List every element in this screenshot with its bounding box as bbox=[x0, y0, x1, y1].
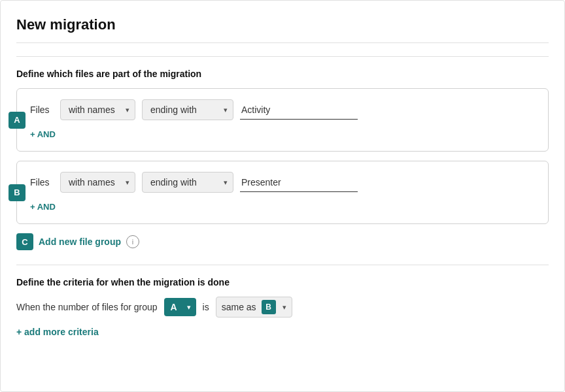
criteria-section: Define the criteria for when the migrati… bbox=[16, 277, 549, 337]
criteria-sameas-label: same as bbox=[222, 302, 256, 312]
group-b-names-select[interactable]: with names with paths bbox=[60, 172, 135, 193]
group-b-value-input[interactable] bbox=[240, 173, 358, 192]
group-a-names-select[interactable]: with names with paths bbox=[60, 99, 135, 120]
section1-title: Define which files are part of the migra… bbox=[16, 69, 549, 79]
group-b-rule-row: Files with names with paths ▾ ending wit… bbox=[30, 172, 535, 193]
criteria-sameas-chevron-icon: ▾ bbox=[282, 303, 286, 312]
page-title: New migration bbox=[16, 16, 549, 43]
group-a-files-label: Files bbox=[30, 105, 54, 115]
add-group-badge: C bbox=[16, 233, 33, 250]
info-icon[interactable]: i bbox=[126, 235, 139, 248]
group-a-and-button[interactable]: + AND bbox=[30, 128, 56, 140]
add-group-row: C Add new file group i bbox=[16, 233, 549, 250]
criteria-is-label: is bbox=[203, 302, 209, 312]
group-a-card: A Files with names with paths ▾ ending w… bbox=[16, 88, 549, 152]
group-a-condition-select[interactable]: ending with starting with containing mat… bbox=[142, 99, 233, 120]
group-b-files-label: Files bbox=[30, 177, 54, 188]
add-criteria-button[interactable]: + add more criteria bbox=[16, 327, 99, 337]
criteria-prefix: When the number of files for group bbox=[16, 302, 158, 312]
group-b-badge: B bbox=[9, 184, 26, 201]
group-a-names-select-wrapper: with names with paths ▾ bbox=[60, 99, 135, 120]
group-a-rule-row: Files with names with paths ▾ ending wit… bbox=[30, 99, 535, 120]
group-b-card: B Files with names with paths ▾ ending w… bbox=[16, 161, 549, 224]
criteria-sameas-combo: same as B ▾ bbox=[216, 297, 292, 318]
group-b-names-select-wrapper: with names with paths ▾ bbox=[60, 172, 135, 193]
criteria-sameas-badge: B bbox=[262, 300, 276, 314]
add-group-button[interactable]: Add new file group bbox=[39, 237, 121, 247]
criteria-group-select-wrapper: A B C ▾ bbox=[164, 298, 196, 316]
group-a-badge: A bbox=[9, 112, 26, 129]
group-b-condition-select-wrapper: ending with starting with containing mat… bbox=[142, 172, 233, 193]
criteria-row: When the number of files for group A B C… bbox=[16, 297, 549, 318]
section2-title: Define the criteria for when the migrati… bbox=[16, 277, 549, 287]
group-a-value-input[interactable] bbox=[240, 101, 358, 120]
group-b-and-button[interactable]: + AND bbox=[30, 201, 56, 213]
group-b-condition-select[interactable]: ending with starting with containing mat… bbox=[142, 172, 233, 193]
group-a-condition-select-wrapper: ending with starting with containing mat… bbox=[142, 99, 233, 120]
criteria-group-select[interactable]: A B C bbox=[164, 298, 196, 316]
